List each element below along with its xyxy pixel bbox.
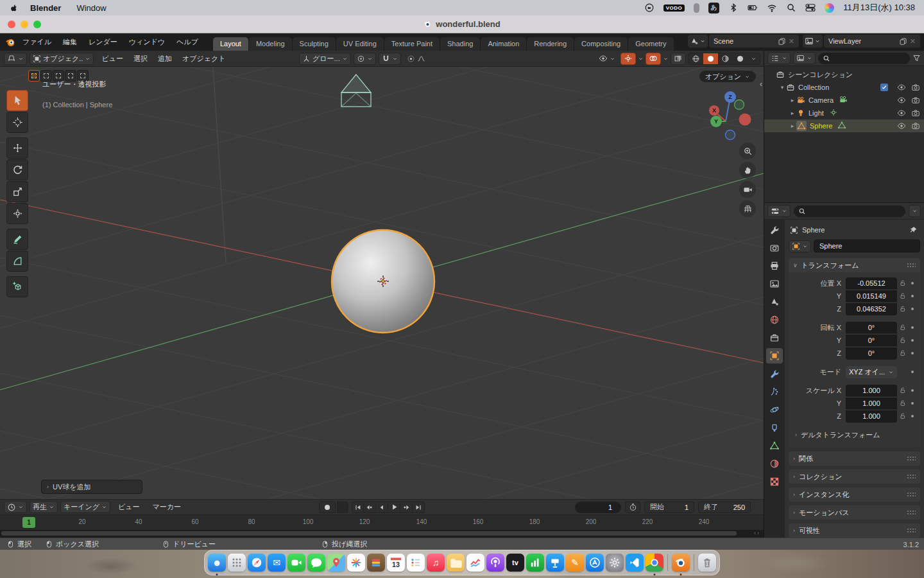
- dock-folder-icon[interactable]: [447, 554, 465, 572]
- render-visibility-icon[interactable]: [911, 109, 920, 118]
- chevron-down-icon[interactable]: [638, 56, 644, 62]
- menu-bar-clock[interactable]: 11月13日(水) 10:38: [843, 2, 915, 13]
- animate-dot[interactable]: [909, 371, 916, 373]
- visibility-eye-icon[interactable]: [897, 109, 906, 118]
- pivot-point-button[interactable]: [354, 53, 376, 65]
- scale-tool-button[interactable]: [6, 181, 28, 202]
- new-viewlayer-icon[interactable]: [899, 37, 907, 46]
- value-field[interactable]: 0°: [846, 335, 897, 347]
- disclosure-triangle[interactable]: ▸: [789, 97, 796, 103]
- render-visibility-icon[interactable]: [911, 121, 920, 130]
- panel-grip[interactable]: [907, 263, 916, 268]
- properties-options-button[interactable]: [909, 205, 921, 217]
- workspace-tab-shading[interactable]: Shading: [440, 37, 480, 51]
- properties-editor-type-button[interactable]: [767, 205, 791, 217]
- outliner-row-collection[interactable]: ▾Collection: [764, 81, 924, 94]
- move-tool-button[interactable]: [6, 137, 28, 159]
- value-field[interactable]: -0.05512: [846, 277, 897, 290]
- panel-header-4[interactable]: ›可視性: [789, 523, 920, 538]
- properties-tab-material[interactable]: [766, 456, 783, 471]
- rotate-tool-button[interactable]: [6, 159, 28, 180]
- dock-reminders-icon[interactable]: [407, 554, 425, 572]
- panel-grip[interactable]: [907, 492, 916, 497]
- play-button[interactable]: [388, 502, 400, 513]
- panel-grip[interactable]: [907, 528, 916, 533]
- viewport-menu-0[interactable]: ビュー: [96, 53, 128, 65]
- show-gizmo-dropdown[interactable]: [595, 53, 619, 65]
- value-field[interactable]: 1.000: [846, 398, 897, 410]
- jump-to-end-button[interactable]: [413, 502, 425, 513]
- unlock-icon[interactable]: [899, 412, 907, 420]
- panel-header-1[interactable]: ›コレクション: [789, 469, 920, 484]
- dock-wallet-icon[interactable]: [367, 554, 385, 572]
- frame-end-field[interactable]: 終了 250: [698, 502, 751, 513]
- dock-chrome-icon[interactable]: [646, 554, 663, 572]
- mode-selector[interactable]: オブジェク..: [30, 53, 94, 65]
- visibility-eye-icon[interactable]: [897, 121, 906, 130]
- viewlayer-browse-button[interactable]: [803, 35, 823, 48]
- zoom-window-button[interactable]: [33, 21, 41, 28]
- dock-launchpad-icon[interactable]: [228, 554, 246, 572]
- add-cube-tool-button[interactable]: [6, 276, 28, 297]
- outliner-row-sphere[interactable]: ▸Sphere: [764, 119, 924, 132]
- viewlayer-name-field[interactable]: ViewLayer ✕: [824, 35, 920, 48]
- spotlight-icon[interactable]: [786, 3, 796, 13]
- unlock-icon[interactable]: [899, 387, 907, 394]
- unlock-icon[interactable]: [899, 399, 907, 407]
- panel-grip[interactable]: [907, 456, 916, 461]
- value-field[interactable]: 0°: [846, 322, 897, 334]
- scrollbar-thumb[interactable]: [1, 531, 737, 536]
- dock-apple-tv-icon[interactable]: tv: [506, 554, 524, 572]
- perspective-toggle-button[interactable]: [739, 200, 756, 217]
- minimize-window-button[interactable]: [21, 21, 28, 28]
- viewport-canvas[interactable]: X Y Z: [0, 67, 764, 499]
- animate-dot[interactable]: [909, 339, 916, 342]
- viewport-menu-2[interactable]: 追加: [153, 53, 177, 65]
- dock-freeform-icon[interactable]: [466, 554, 484, 572]
- object-name-field[interactable]: Sphere: [814, 240, 920, 252]
- workspace-tab-layout[interactable]: Layout: [213, 37, 248, 51]
- auto-key-button[interactable]: [319, 502, 336, 513]
- properties-tab-render[interactable]: [766, 240, 783, 256]
- timeline-menu-3[interactable]: マーカー: [148, 501, 187, 513]
- properties-tab-collection[interactable]: [766, 330, 783, 346]
- current-frame-marker[interactable]: 1: [22, 517, 35, 528]
- dock-mail-icon[interactable]: ✉: [268, 554, 286, 572]
- panel-grip[interactable]: [907, 510, 916, 515]
- select-box-tool-button[interactable]: [6, 90, 28, 111]
- workspace-tab-uv-editing[interactable]: UV Editing: [336, 37, 384, 51]
- dock-podcasts-icon[interactable]: [486, 554, 504, 572]
- pan-button[interactable]: [739, 162, 756, 179]
- dock-pages-icon[interactable]: ✎: [566, 554, 584, 572]
- prev-keyframe-button[interactable]: [364, 502, 376, 513]
- new-scene-icon[interactable]: [778, 37, 786, 46]
- dock-facetime-icon[interactable]: [287, 554, 305, 572]
- annotate-tool-button[interactable]: [6, 229, 28, 250]
- dock-blender-icon[interactable]: [672, 554, 690, 572]
- workspace-tab-compositing[interactable]: Compositing: [574, 37, 628, 51]
- workspace-tab-texture-paint[interactable]: Texture Paint: [384, 37, 440, 51]
- window-menu[interactable]: Window: [76, 3, 106, 13]
- workspace-tab-rendering[interactable]: Rendering: [527, 37, 574, 51]
- dock-music-icon[interactable]: ♫: [427, 554, 445, 572]
- dock-trash-icon[interactable]: [698, 554, 716, 572]
- properties-tab-world[interactable]: [766, 312, 783, 328]
- control-center-icon[interactable]: [805, 3, 816, 13]
- dock-keynote-icon[interactable]: [546, 554, 564, 572]
- shading-wireframe-button[interactable]: [689, 53, 703, 64]
- topbar-menu-4[interactable]: ヘルプ: [171, 33, 204, 51]
- play-reverse-button[interactable]: [376, 502, 388, 513]
- battery-icon[interactable]: [748, 3, 758, 13]
- cursor-tool-button[interactable]: [6, 112, 28, 133]
- chevron-down-icon[interactable]: [663, 56, 669, 62]
- workspace-tab-modeling[interactable]: Modeling: [249, 37, 292, 51]
- animate-dot[interactable]: [909, 352, 916, 355]
- value-field[interactable]: 0.015149: [846, 290, 897, 302]
- overlays-toggle-button[interactable]: [646, 53, 661, 65]
- properties-tab-modifiers[interactable]: [766, 366, 783, 381]
- workspace-tab-geometry[interactable]: Geometry: [628, 37, 673, 51]
- workspace-tab-animation[interactable]: Animation: [481, 37, 526, 51]
- auto-key-options-button[interactable]: [337, 502, 348, 513]
- timeline-editor-type-button[interactable]: [4, 501, 27, 513]
- animate-dot[interactable]: [909, 326, 916, 329]
